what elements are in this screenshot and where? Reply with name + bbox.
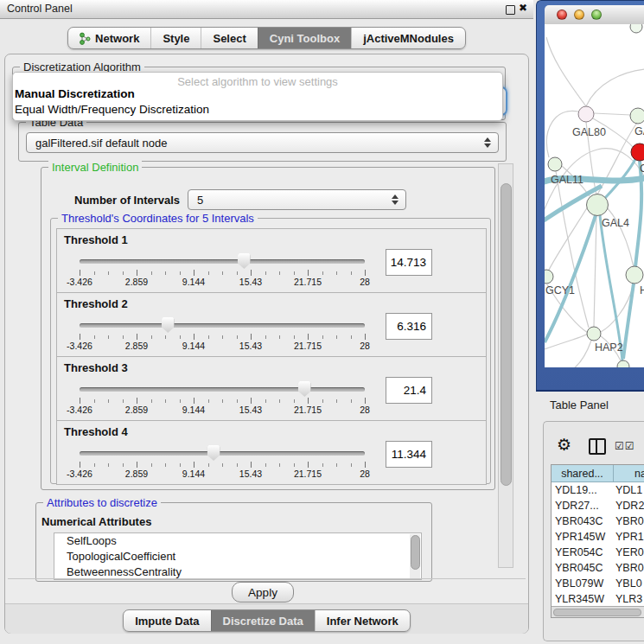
checkbox-icons[interactable]: ☑☑ (615, 440, 635, 452)
tab-select[interactable]: Select (201, 28, 257, 48)
minimize-traffic-light[interactable] (574, 10, 584, 20)
slider-scale: -3.4262.8599.14415.4321.71528 (80, 469, 365, 479)
column-header-shared-name[interactable]: shared... (552, 465, 614, 482)
scale-label: -3.426 (67, 277, 92, 287)
dropdown-option-manual[interactable]: Manual Discretization (15, 87, 135, 100)
node-gal11[interactable] (548, 157, 562, 171)
threshold-value-field[interactable]: 6.316 (386, 313, 432, 340)
slider-track[interactable] (80, 259, 365, 264)
table-data-combobox[interactable]: galFiltered.sif default node (26, 132, 499, 153)
cell-name[interactable]: YER0 (614, 545, 644, 560)
columns-icon[interactable] (589, 438, 606, 455)
gear-icon[interactable]: ⚙ (557, 435, 571, 455)
slider-track[interactable] (80, 451, 365, 456)
tab-label: Network (95, 32, 139, 45)
node-red[interactable] (631, 143, 644, 161)
column-header-name[interactable]: na (614, 465, 644, 482)
node-gal80[interactable] (578, 106, 594, 122)
slider-track[interactable] (80, 323, 365, 328)
scrollbar-thumb[interactable] (411, 535, 420, 570)
node-ga[interactable] (630, 108, 644, 124)
scale-label: 9.144 (182, 341, 205, 351)
close-traffic-light[interactable] (557, 10, 567, 20)
node-hap2[interactable] (587, 327, 601, 341)
scale-label: 2.859 (125, 405, 148, 415)
tab-discretize-data[interactable]: Discretize Data (211, 610, 315, 631)
node[interactable] (630, 24, 642, 33)
close-icon[interactable]: ✖ (519, 2, 527, 14)
slider-thumb[interactable] (162, 317, 175, 333)
scrollbar-thumb[interactable] (553, 609, 641, 616)
table-row[interactable]: YLR345WYLR3 (552, 591, 644, 607)
cell-shared-name[interactable]: YDL19... (552, 482, 614, 498)
scale-label: -3.426 (67, 405, 92, 415)
cell-name[interactable]: YDL1 (614, 482, 644, 498)
number-of-intervals-combobox[interactable]: 5 (188, 189, 406, 210)
node-label: GAL11 (551, 174, 583, 186)
threshold-value-field[interactable]: 11.344 (386, 441, 432, 468)
numerical-attributes-list[interactable]: SelfLoopsTopologicalCoefficientBetweenne… (54, 532, 422, 580)
scale-label: 21.715 (294, 277, 322, 287)
dropdown-option-equal-width[interactable]: Equal Width/Frequency Discretization (15, 103, 209, 116)
network-canvas[interactable]: GAL80 GA C GAL11 GAL4 GCY1 H HAP2 (545, 24, 644, 367)
threshold-slider[interactable] (80, 319, 365, 335)
list-item[interactable]: SelfLoops (54, 533, 421, 549)
cell-name[interactable]: YPR1 (614, 529, 644, 545)
slider-thumb[interactable] (298, 381, 311, 397)
threshold-value-field[interactable]: 21.4 (386, 377, 432, 404)
slider-thumb[interactable] (238, 253, 251, 269)
threshold-slider[interactable] (80, 383, 365, 399)
panel-title: Control Panel (7, 3, 73, 15)
list-item[interactable]: TopologicalCoefficient (54, 549, 421, 564)
table-row[interactable]: YBL079WYBL0 (552, 576, 644, 591)
cell-shared-name[interactable]: YBR045C (552, 560, 614, 576)
threshold-slider[interactable] (80, 447, 365, 462)
tab-style[interactable]: Style (150, 28, 201, 48)
cell-shared-name[interactable]: YBL079W (552, 576, 614, 591)
float-window-icon[interactable] (506, 5, 515, 15)
table-row[interactable]: YBR043CYBR0 (552, 513, 644, 529)
node-table[interactable]: shared... na YDL19...YDL1YDR27...YDR2YBR… (551, 464, 644, 618)
threshold-slider[interactable] (80, 255, 365, 271)
slider-thumb[interactable] (207, 445, 220, 461)
threshold-value-field[interactable]: 14.713 (386, 249, 432, 276)
panel-vertical-scrollbar[interactable] (498, 163, 513, 568)
group-title: Threshold's Coordinates for 5 Intervals (58, 212, 258, 225)
table-row[interactable]: YPR145WYPR1 (552, 529, 644, 545)
node-gcy1[interactable] (545, 270, 553, 284)
group-title: Attributes to discretize (43, 496, 161, 509)
cell-name[interactable]: YBR0 (614, 513, 644, 529)
numerical-attributes-label: Numerical Attributes (41, 515, 151, 528)
slider-ticks (80, 398, 365, 404)
cell-shared-name[interactable]: YLR345W (552, 591, 614, 607)
slider-track[interactable] (80, 387, 365, 392)
scrollbar-thumb[interactable] (501, 183, 512, 486)
tab-cyni-toolbox[interactable]: Cyni Toolbox (258, 28, 351, 48)
cell-shared-name[interactable]: YER054C (552, 545, 614, 560)
tab-impute-data[interactable]: Impute Data (124, 610, 210, 631)
cell-shared-name[interactable]: YBR043C (552, 513, 614, 529)
table-horizontal-scrollbar[interactable] (552, 606, 644, 617)
cell-shared-name[interactable]: YDR27... (552, 498, 614, 513)
table-row[interactable]: YBR045CYBR0 (552, 560, 644, 576)
table-panel: ⚙ ☑☑ shared... na YDL19...YDL1YDR27...YD… (543, 421, 644, 641)
zoom-traffic-light[interactable] (591, 10, 602, 20)
node-gal4[interactable] (587, 194, 609, 216)
table-row[interactable]: YER054CYER0 (552, 545, 644, 560)
node-h[interactable] (626, 266, 643, 284)
tab-jactivemnodules[interactable]: jActiveMNodules (351, 28, 465, 48)
cell-name[interactable]: YDR2 (614, 498, 644, 513)
network-window-titlebar[interactable] (545, 5, 644, 25)
node[interactable] (617, 360, 629, 367)
node-label: GA (634, 125, 644, 137)
tab-network[interactable]: Network (68, 28, 150, 48)
cell-name[interactable]: YLR3 (614, 591, 644, 607)
tab-infer-network[interactable]: Infer Network (315, 610, 410, 631)
apply-button[interactable]: Apply (232, 582, 294, 603)
cell-name[interactable]: YBR0 (614, 560, 644, 576)
cell-shared-name[interactable]: YPR145W (552, 529, 614, 545)
cell-name[interactable]: YBL0 (614, 576, 644, 591)
table-row[interactable]: YDL19...YDL1 (552, 482, 644, 498)
list-vertical-scrollbar[interactable] (410, 534, 420, 578)
table-row[interactable]: YDR27...YDR2 (552, 498, 644, 513)
